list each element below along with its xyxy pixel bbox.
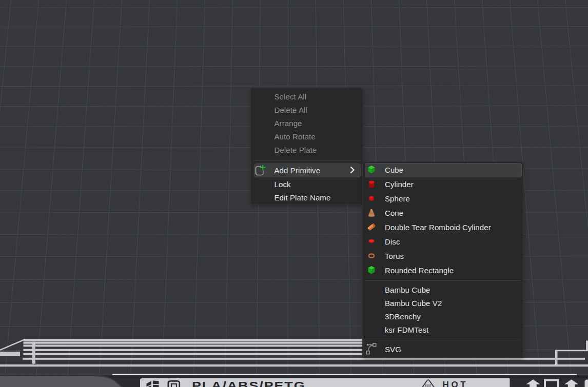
- svg-text:PLA/ABS/PETG: PLA/ABS/PETG: [192, 379, 306, 387]
- svg-text:HOT: HOT: [443, 380, 468, 387]
